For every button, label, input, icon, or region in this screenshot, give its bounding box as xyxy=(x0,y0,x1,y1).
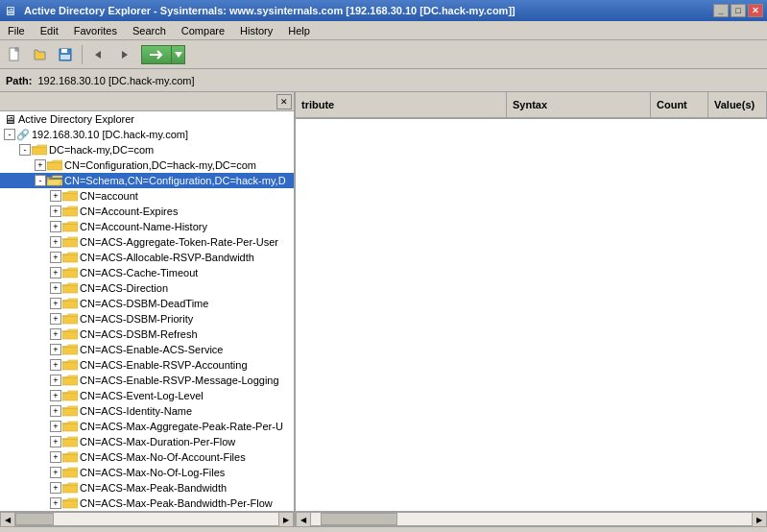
expand-6[interactable]: + xyxy=(50,236,61,248)
expand-2[interactable]: - xyxy=(35,175,46,186)
menu-history[interactable]: History xyxy=(232,21,280,39)
expand-9[interactable]: + xyxy=(50,282,61,294)
tree-item-6[interactable]: + CN=ACS-Aggregate-Token-Rate-Per-User xyxy=(0,234,294,250)
expand-23[interactable]: + xyxy=(50,497,61,509)
tree-item-3[interactable]: + CN=account xyxy=(0,188,294,204)
tree-item-22[interactable]: + CN=ACS-Max-Peak-Bandwidth xyxy=(0,480,294,496)
tree-label-18: CN=ACS-Max-Aggregate-Peak-Rate-Per-U xyxy=(80,421,283,432)
tree-label-13: CN=ACS-Enable-ACS-Service xyxy=(80,344,223,355)
col-header-syntax[interactable]: Syntax xyxy=(507,92,651,117)
menu-help[interactable]: Help xyxy=(280,21,318,39)
expand-10[interactable]: + xyxy=(50,298,61,309)
toolbar-forward-button[interactable] xyxy=(112,43,135,66)
folder-icon-3 xyxy=(62,190,78,202)
expand-8[interactable]: + xyxy=(50,267,61,278)
tree-label-16: CN=ACS-Event-Log-Level xyxy=(80,390,204,401)
expand-11[interactable]: + xyxy=(50,313,61,325)
tree-item-9[interactable]: + CN=ACS-Direction xyxy=(0,280,294,296)
tree-label-2: CN=Schema,CN=Configuration,DC=hack-my,D xyxy=(64,175,286,186)
tree-item-4[interactable]: + CN=Account-Expires xyxy=(0,204,294,219)
expand-14[interactable]: + xyxy=(50,359,61,371)
maximize-button[interactable]: □ xyxy=(731,4,746,17)
expand-0[interactable]: - xyxy=(19,144,31,156)
tree-root[interactable]: 🖥 Active Directory Explorer xyxy=(0,111,294,127)
right-scroll-right[interactable]: ▶ xyxy=(752,512,767,527)
tree-item-2[interactable]: - CN=Schema,CN=Configuration,DC=hack-my,… xyxy=(0,173,294,188)
tree-item-0[interactable]: - DC=hack-my,DC=com xyxy=(0,142,294,157)
expand-1[interactable]: + xyxy=(35,159,46,171)
tree-scroll[interactable]: 🖥 Active Directory Explorer - 🔗 192.168.… xyxy=(0,111,294,511)
tree-collapse-button[interactable]: ✕ xyxy=(276,94,292,109)
tree-item-15[interactable]: + CN=ACS-Enable-RSVP-Message-Logging xyxy=(0,373,294,388)
expand-13[interactable]: + xyxy=(50,344,61,355)
tree-item-21[interactable]: + CN=ACS-Max-No-Of-Log-Files xyxy=(0,465,294,480)
expand-16[interactable]: + xyxy=(50,390,61,401)
toolbar-back-button[interactable] xyxy=(87,43,110,66)
title-bar: 🖥 Active Directory Explorer - Sysinterna… xyxy=(0,0,767,21)
tree-server-label: 192.168.30.10 [DC.hack-my.com] xyxy=(32,129,188,140)
tree-item-20[interactable]: + CN=ACS-Max-No-Of-Account-Files xyxy=(0,449,294,465)
tree-server-item[interactable]: - 🔗 192.168.30.10 [DC.hack-my.com] xyxy=(0,127,294,142)
tree-item-13[interactable]: + CN=ACS-Enable-ACS-Service xyxy=(0,342,294,357)
tree-item-7[interactable]: + CN=ACS-Allocable-RSVP-Bandwidth xyxy=(0,250,294,265)
toolbar-save-button[interactable] xyxy=(54,43,77,66)
menu-favorites[interactable]: Favorites xyxy=(66,21,125,39)
tree-label-20: CN=ACS-Max-No-Of-Account-Files xyxy=(80,451,246,463)
expand-19[interactable]: + xyxy=(50,436,61,447)
col-header-values[interactable]: Value(s) xyxy=(708,92,767,117)
minimize-button[interactable]: _ xyxy=(713,4,729,17)
right-hscroll-track[interactable] xyxy=(311,512,752,526)
tree-item-8[interactable]: + CN=ACS-Cache-Timeout xyxy=(0,265,294,280)
expand-12[interactable]: + xyxy=(50,328,61,340)
expand-15[interactable]: + xyxy=(50,375,61,386)
go-dropdown-arrow[interactable] xyxy=(172,45,185,64)
expand-4[interactable]: + xyxy=(50,206,61,217)
col-header-count[interactable]: Count xyxy=(651,92,708,117)
expand-5[interactable]: + xyxy=(50,221,61,232)
go-button[interactable] xyxy=(141,45,172,64)
tree-label-4: CN=Account-Expires xyxy=(80,206,178,217)
expand-21[interactable]: + xyxy=(50,467,61,478)
tree-item-11[interactable]: + CN=ACS-DSBM-Priority xyxy=(0,311,294,326)
close-button[interactable]: ✕ xyxy=(748,4,763,17)
toolbar-new-button[interactable] xyxy=(4,43,27,66)
right-hscroll-thumb[interactable] xyxy=(321,513,397,525)
expand-server[interactable]: - xyxy=(4,129,15,140)
tree-item-18[interactable]: + CN=ACS-Max-Aggregate-Peak-Rate-Per-U xyxy=(0,419,294,434)
tree-item-12[interactable]: + CN=ACS-DSBM-Refresh xyxy=(0,326,294,342)
tree-label-19: CN=ACS-Max-Duration-Per-Flow xyxy=(80,436,235,447)
toolbar-open-button[interactable] xyxy=(29,43,52,66)
right-scroll-left[interactable]: ◀ xyxy=(296,512,311,527)
tree-item-5[interactable]: + CN=Account-Name-History xyxy=(0,219,294,234)
tree-item-17[interactable]: + CN=ACS-Identity-Name xyxy=(0,403,294,419)
main-content: ✕ 🖥 Active Directory Explorer - 🔗 192.16… xyxy=(0,92,767,511)
tree-hscroll-track[interactable] xyxy=(15,512,278,526)
menu-edit[interactable]: Edit xyxy=(33,21,66,39)
tree-hscroll-thumb[interactable] xyxy=(15,513,54,525)
tree-item-19[interactable]: + CN=ACS-Max-Duration-Per-Flow xyxy=(0,434,294,449)
tree-item-1[interactable]: + CN=Configuration,DC=hack-my,DC=com xyxy=(0,157,294,173)
tree-item-10[interactable]: + CN=ACS-DSBM-DeadTime xyxy=(0,296,294,311)
col-header-attribute[interactable]: tribute xyxy=(296,92,507,117)
column-headers: tribute Syntax Count Value(s) xyxy=(296,92,767,119)
menu-search[interactable]: Search xyxy=(125,21,174,39)
tree-item-23[interactable]: + CN=ACS-Max-Peak-Bandwidth-Per-Flow xyxy=(0,496,294,511)
folder-icon-7 xyxy=(62,252,78,263)
tree-label-23: CN=ACS-Max-Peak-Bandwidth-Per-Flow xyxy=(80,497,273,509)
folder-icon-10 xyxy=(62,298,78,309)
tree-scroll-right[interactable]: ▶ xyxy=(278,512,294,527)
menu-file[interactable]: File xyxy=(0,21,33,39)
tree-label-17: CN=ACS-Identity-Name xyxy=(80,405,192,417)
tree-scroll-left[interactable]: ◀ xyxy=(0,512,15,527)
expand-22[interactable]: + xyxy=(50,482,61,494)
expand-3[interactable]: + xyxy=(50,190,61,202)
menu-compare[interactable]: Compare xyxy=(174,21,232,39)
folder-icon-12 xyxy=(62,328,78,340)
tree-item-16[interactable]: + CN=ACS-Event-Log-Level xyxy=(0,388,294,403)
go-dropdown[interactable] xyxy=(141,45,185,64)
expand-18[interactable]: + xyxy=(50,421,61,432)
expand-20[interactable]: + xyxy=(50,451,61,463)
expand-7[interactable]: + xyxy=(50,252,61,263)
expand-17[interactable]: + xyxy=(50,405,61,417)
tree-item-14[interactable]: + CN=ACS-Enable-RSVP-Accounting xyxy=(0,357,294,373)
